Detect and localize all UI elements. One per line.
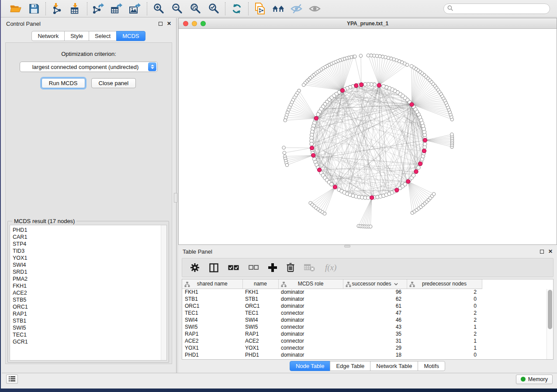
- table-cell[interactable]: ORC1: [242, 303, 278, 309]
- table-cell[interactable]: 46: [343, 316, 407, 323]
- zoom-in-icon[interactable]: [152, 3, 165, 14]
- add-row-icon[interactable]: [268, 263, 277, 272]
- criterion-dropdown[interactable]: largest connected component (undirected): [20, 62, 158, 72]
- table-cell[interactable]: FKH1: [242, 289, 278, 296]
- table-scrollbar-thumb[interactable]: [548, 290, 552, 329]
- table-cell[interactable]: 61: [343, 303, 407, 309]
- column-header-predecessor-nodes[interactable]: predecessor nodes: [407, 279, 482, 289]
- table-cell[interactable]: 0: [407, 303, 482, 309]
- mcds-result-item[interactable]: SRD1: [13, 268, 166, 275]
- zoom-fit-icon[interactable]: [189, 3, 201, 14]
- tab-motifs[interactable]: Motifs: [418, 361, 445, 371]
- export-table-icon[interactable]: [111, 3, 123, 14]
- table-settings-icon[interactable]: [190, 263, 200, 272]
- table-cell[interactable]: dominator: [278, 316, 343, 323]
- close-panel-icon[interactable]: ✕: [167, 22, 171, 26]
- run-mcds-button[interactable]: Run MCDS: [42, 78, 85, 88]
- tab-select[interactable]: Select: [89, 31, 117, 41]
- mcds-result-item[interactable]: STB1: [13, 317, 166, 324]
- deselect-all-rows-icon[interactable]: [249, 265, 259, 270]
- table-cell[interactable]: 1: [407, 344, 482, 351]
- table-cell[interactable]: 62: [343, 296, 407, 303]
- table-cell[interactable]: 2: [407, 289, 482, 296]
- refresh-view-icon[interactable]: [231, 3, 243, 14]
- mcds-result-list[interactable]: PHD1CAR1STP4TID3YOX1SWI4SRD1PMA2FKH1ACE2…: [10, 225, 167, 361]
- table-row[interactable]: PHD1PHD1dominator180: [182, 351, 482, 358]
- mcds-result-item[interactable]: FKH1: [13, 282, 166, 289]
- table-cell[interactable]: TEC1: [182, 309, 242, 316]
- show-all-icon[interactable]: [309, 3, 321, 14]
- first-neighbors-icon[interactable]: [272, 3, 284, 14]
- network-titlebar[interactable]: YPA_prune.txt_1: [179, 18, 557, 29]
- search-box[interactable]: [443, 3, 550, 14]
- table-cell[interactable]: 0: [407, 351, 482, 358]
- duplicate-network-icon[interactable]: [254, 3, 266, 14]
- vertical-splitter-grip[interactable]: [174, 193, 177, 203]
- import-table-icon[interactable]: [69, 3, 82, 14]
- table-cell[interactable]: 1: [407, 323, 482, 330]
- table-cell[interactable]: YOX1: [182, 344, 242, 351]
- table-cell[interactable]: ACE2: [242, 337, 278, 344]
- search-input[interactable]: [455, 6, 546, 12]
- column-header-MCDS-role[interactable]: MCDS role: [278, 279, 343, 289]
- column-header-shared-name[interactable]: shared name: [182, 279, 242, 289]
- table-cell[interactable]: dominator: [278, 296, 343, 303]
- horizontal-splitter-grip[interactable]: [344, 245, 350, 248]
- table-cell[interactable]: FKH1: [182, 289, 242, 296]
- table-row[interactable]: STB1STB1dominator620: [182, 296, 482, 303]
- float-table-panel-icon[interactable]: [540, 250, 544, 254]
- mcds-result-item[interactable]: STP4: [13, 241, 166, 248]
- table-row[interactable]: RAP1RAP1dominator352: [182, 330, 482, 337]
- column-header-successor-nodes[interactable]: successor nodes: [343, 279, 407, 289]
- mcds-result-item[interactable]: TID3: [13, 248, 166, 254]
- table-cell[interactable]: SWI4: [182, 316, 242, 323]
- table-cell[interactable]: ORC1: [182, 303, 242, 309]
- mcds-result-item[interactable]: RAP1: [13, 310, 166, 317]
- mcds-result-item[interactable]: STB5: [13, 296, 166, 303]
- table-cell[interactable]: SWI4: [242, 316, 278, 323]
- table-cell[interactable]: TEC1: [242, 309, 278, 316]
- table-cell[interactable]: 2: [407, 309, 482, 316]
- table-cell[interactable]: connector: [278, 337, 343, 344]
- result-list-scrollbar[interactable]: [161, 225, 166, 360]
- table-cell[interactable]: PHD1: [242, 351, 278, 358]
- table-cell[interactable]: SWI5: [242, 323, 278, 330]
- tab-style[interactable]: Style: [64, 31, 89, 41]
- column-header-name[interactable]: name: [242, 279, 278, 289]
- table-row[interactable]: ORC1ORC1dominator610: [182, 303, 482, 309]
- table-row[interactable]: TEC1TEC1connector472: [182, 309, 482, 316]
- table-cell[interactable]: ACE2: [182, 337, 242, 344]
- table-cell[interactable]: RAP1: [182, 330, 242, 337]
- tab-mcds[interactable]: MCDS: [116, 31, 145, 41]
- open-file-icon[interactable]: [10, 3, 22, 14]
- mcds-result-item[interactable]: ACE2: [13, 289, 166, 296]
- table-row[interactable]: SWI4SWI4dominator462: [182, 316, 482, 323]
- table-cell[interactable]: SWI5: [182, 323, 242, 330]
- task-history-button[interactable]: [6, 375, 18, 384]
- select-all-rows-icon[interactable]: [228, 265, 239, 271]
- zoom-out-icon[interactable]: [171, 3, 183, 14]
- table-row[interactable]: YOX1YOX1connector291: [182, 344, 482, 351]
- table-row[interactable]: SWI5SWI5connector431: [182, 323, 482, 330]
- mcds-result-item[interactable]: YOX1: [13, 254, 166, 261]
- table-cell[interactable]: connector: [278, 344, 343, 351]
- tab-network[interactable]: Network: [31, 31, 65, 41]
- close-panel-button[interactable]: Close panel: [91, 78, 136, 88]
- table-cell[interactable]: 2: [407, 316, 482, 323]
- table-cell[interactable]: 47: [343, 309, 407, 316]
- mcds-result-item[interactable]: SWI5: [13, 324, 166, 331]
- table-cell[interactable]: dominator: [278, 330, 343, 337]
- memory-button[interactable]: Memory: [516, 375, 553, 384]
- export-network-icon[interactable]: [93, 3, 105, 14]
- float-panel-icon[interactable]: [159, 22, 163, 26]
- mcds-result-item[interactable]: GCR1: [13, 338, 166, 345]
- table-cell[interactable]: connector: [278, 309, 343, 316]
- import-network-icon[interactable]: [51, 3, 63, 14]
- table-row[interactable]: ACE2ACE2connector311: [182, 337, 482, 344]
- delete-rows-icon[interactable]: [287, 263, 294, 272]
- table-scrollbar[interactable]: [547, 289, 553, 359]
- table-cell[interactable]: 29: [343, 344, 407, 351]
- mcds-result-item[interactable]: PMA2: [13, 275, 166, 282]
- mcds-result-item[interactable]: SWI4: [13, 261, 166, 268]
- table-cell[interactable]: dominator: [278, 351, 343, 358]
